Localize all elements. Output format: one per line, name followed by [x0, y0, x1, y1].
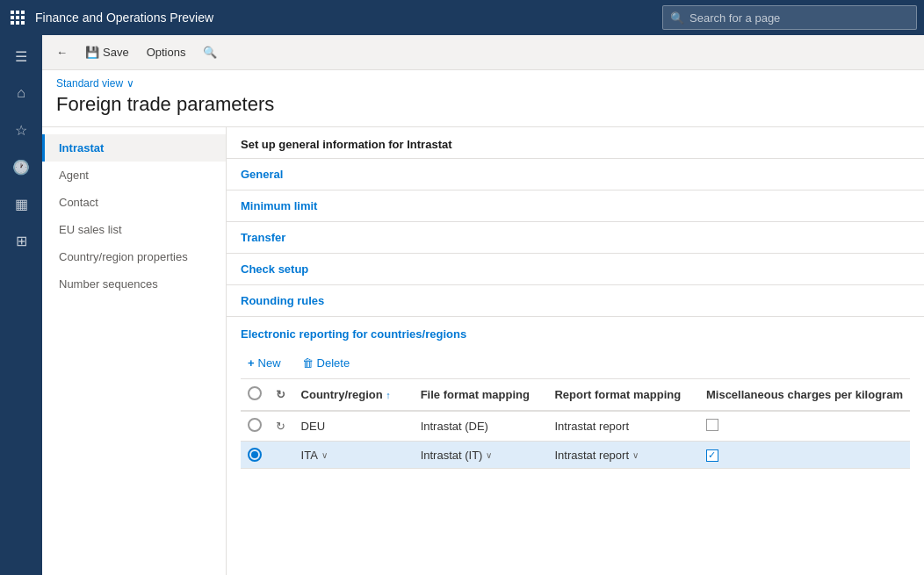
section-transfer: Transfer [227, 222, 924, 254]
report-format-value: Intrastat report [554, 449, 629, 462]
workspaces-icon[interactable]: ▦ [4, 186, 39, 221]
table-row[interactable]: ITA ∨ Intrastat (IT) ∨ [241, 442, 910, 469]
col-header-country[interactable]: Country/region ↑ [294, 379, 399, 411]
toolbar: ← 💾 Save Options 🔍 [42, 35, 924, 70]
save-icon: 💾 [85, 46, 99, 59]
table-toolbar: + New 🗑 Delete [241, 348, 910, 379]
row-country-cell: DEU [294, 411, 399, 442]
section-rounding-rules-row[interactable]: Rounding rules [227, 285, 924, 316]
row-select-cell[interactable] [241, 442, 269, 469]
hamburger-icon[interactable]: ☰ [4, 39, 39, 74]
back-icon: ← [56, 46, 68, 59]
section-rounding-rules-title: Rounding rules [241, 294, 324, 307]
svg-rect-1 [16, 11, 19, 14]
trash-icon: 🗑 [302, 356, 314, 370]
refresh-icon[interactable]: ↻ [276, 388, 285, 401]
search-toolbar-icon: 🔍 [203, 46, 217, 59]
section-minimum-limit-row[interactable]: Minimum limit [227, 190, 924, 221]
svg-rect-6 [11, 21, 14, 25]
app-title: Finance and Operations Preview [35, 11, 662, 25]
col-header-misc-charges[interactable]: Miscellaneous charges per kilogram [699, 379, 910, 411]
nav-item-country-region[interactable]: Country/region properties [42, 243, 226, 270]
row-spacer-cell [398, 442, 413, 469]
svg-rect-3 [11, 16, 14, 19]
row-refresh-cell [269, 442, 294, 469]
section-minimum-limit: Minimum limit [227, 190, 924, 222]
file-format-dropdown-icon[interactable]: ∨ [486, 450, 492, 460]
content-area: ← 💾 Save Options 🔍 Standard view ∨ Forei… [42, 35, 924, 575]
nav-item-intrastat[interactable]: Intrastat [42, 134, 226, 162]
country-value: ITA [301, 449, 318, 462]
row-file-format-cell[interactable]: Intrastat (IT) ∨ [414, 442, 548, 469]
row-misc-cell[interactable]: ✓ [699, 442, 910, 469]
col-header-refresh: ↻ [269, 379, 294, 411]
grid-icon[interactable] [7, 7, 28, 28]
col-header-file-format[interactable]: File format mapping [414, 379, 548, 411]
row-refresh-icon[interactable]: ↻ [276, 420, 285, 433]
icon-rail: ☰ ⌂ ☆ 🕐 ▦ ⊞ [0, 35, 42, 575]
col-header-select [241, 379, 269, 411]
table-row[interactable]: ↻ DEU Intrastat (DE) Intrastat report [241, 411, 910, 442]
section-transfer-title: Transfer [241, 231, 285, 244]
modules-icon[interactable]: ⊞ [4, 223, 39, 258]
svg-rect-4 [16, 16, 19, 19]
page-search-box[interactable]: 🔍 [662, 5, 917, 30]
svg-rect-5 [21, 16, 25, 19]
page-search-input[interactable] [689, 11, 909, 25]
section-general: General [227, 159, 924, 190]
page-title: Foreign trade parameters [56, 93, 910, 123]
row-report-format-cell[interactable]: Intrastat report ∨ [547, 442, 698, 469]
section-general-row[interactable]: General [227, 159, 924, 190]
nav-item-contact[interactable]: Contact [42, 189, 226, 216]
section-general-title: General [241, 168, 283, 181]
row-refresh-cell[interactable]: ↻ [269, 411, 294, 442]
section-rounding-rules: Rounding rules [227, 285, 924, 317]
data-table: ↻ Country/region ↑ File format mapping R… [241, 379, 910, 469]
main-body: Intrastat Agent Contact EU sales list Co… [42, 127, 924, 575]
report-format-dropdown-icon[interactable]: ∨ [632, 450, 639, 460]
svg-rect-2 [21, 11, 25, 14]
svg-rect-0 [11, 11, 14, 14]
new-button[interactable]: + New [241, 353, 288, 373]
svg-rect-8 [21, 21, 25, 25]
app-layout: ☰ ⌂ ☆ 🕐 ▦ ⊞ ← 💾 Save Options 🔍 [0, 35, 924, 575]
row-misc-cell[interactable] [699, 411, 910, 442]
view-selector-label: Standard view [56, 77, 123, 90]
row-spacer-cell [398, 411, 413, 442]
right-panel: Set up general information for Intrastat… [227, 127, 924, 575]
row-radio[interactable] [248, 418, 262, 432]
options-button[interactable]: Options [140, 42, 193, 62]
delete-button[interactable]: 🗑 Delete [295, 353, 357, 373]
back-button[interactable]: ← [49, 42, 75, 62]
country-dropdown-icon[interactable]: ∨ [321, 450, 328, 460]
save-button[interactable]: 💾 Save [78, 42, 136, 62]
misc-checkbox[interactable] [706, 419, 718, 431]
row-file-format-cell: Intrastat (DE) [414, 411, 548, 442]
row-select-cell[interactable] [241, 411, 269, 442]
section-check-setup: Check setup [227, 254, 924, 285]
home-icon[interactable]: ⌂ [4, 75, 39, 111]
nav-item-eu-sales-list[interactable]: EU sales list [42, 216, 226, 243]
section-transfer-row[interactable]: Transfer [227, 222, 924, 253]
recent-icon[interactable]: 🕐 [4, 149, 39, 184]
add-icon: + [248, 356, 255, 370]
nav-item-agent[interactable]: Agent [42, 162, 226, 189]
top-bar: Finance and Operations Preview 🔍 [0, 0, 924, 35]
section-check-setup-row[interactable]: Check setup [227, 254, 924, 284]
search-icon: 🔍 [670, 11, 684, 25]
section-check-setup-title: Check setup [241, 262, 308, 276]
select-all-radio[interactable] [248, 386, 262, 400]
misc-checkbox-checked[interactable]: ✓ [706, 449, 718, 462]
svg-rect-7 [16, 21, 19, 25]
col-header-report-format[interactable]: Report format mapping [547, 379, 698, 411]
view-selector[interactable]: Standard view ∨ [56, 77, 910, 90]
row-country-cell[interactable]: ITA ∨ [294, 442, 399, 469]
chevron-down-icon: ∨ [126, 77, 134, 90]
nav-item-number-sequences[interactable]: Number sequences [42, 270, 226, 298]
search-toolbar-button[interactable]: 🔍 [196, 42, 224, 62]
favorites-icon[interactable]: ☆ [4, 112, 39, 147]
row-radio-selected[interactable] [248, 448, 262, 462]
file-format-value: Intrastat (IT) [421, 449, 483, 462]
table-section-title: Electronic reporting for countries/regio… [241, 317, 910, 348]
sort-up-icon: ↑ [386, 390, 391, 400]
